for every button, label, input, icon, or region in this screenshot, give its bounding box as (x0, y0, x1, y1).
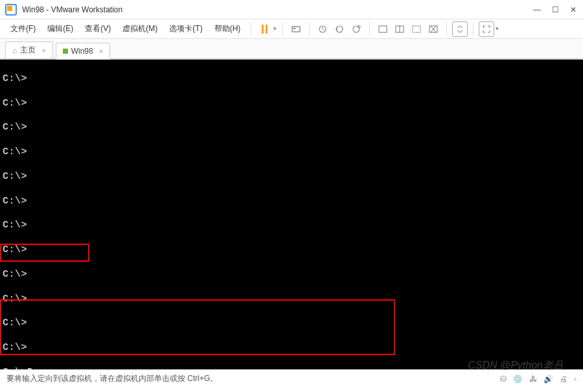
terminal-line: C:\>D: (3, 367, 580, 369)
tabbar: ⌂ 主页 × Win98 × (0, 39, 583, 60)
minimize-button[interactable]: — (532, 5, 542, 14)
terminal-output[interactable]: C:\> C:\> C:\> C:\> C:\> C:\> C:\> C:\> … (0, 60, 583, 369)
home-icon: ⌂ (12, 46, 17, 55)
status-icons: ⛁ 💿 🖧 🔊 🖨 ▫ (500, 375, 577, 384)
device-icon[interactable]: ▫ (574, 375, 577, 384)
close-button[interactable]: ✕ (569, 5, 578, 14)
separator (309, 23, 310, 36)
terminal-line: C:\> (3, 122, 580, 134)
view-console-button[interactable] (426, 21, 441, 37)
quick-switch-button[interactable] (452, 21, 468, 37)
tab-home[interactable]: ⌂ 主页 × (5, 41, 53, 58)
maximize-button[interactable]: ☐ (551, 5, 560, 14)
svg-point-4 (353, 26, 360, 32)
separator (473, 23, 474, 36)
send-ctrl-alt-del-button[interactable] (288, 21, 304, 37)
device-icon[interactable]: ⛁ (500, 375, 507, 384)
separator (251, 23, 251, 36)
titlebar: Win98 - VMware Workstation — ☐ ✕ (0, 0, 583, 19)
statusbar: 要将输入定向到该虚拟机，请在虚拟机内部单击或按 Ctrl+G。 ⛁ 💿 🖧 🔊 … (0, 369, 583, 387)
tab-win98-label: Win98 (71, 47, 93, 56)
menu-tabs[interactable]: 选项卡(T) (164, 21, 207, 37)
revert-snapshot-button[interactable] (332, 21, 347, 37)
pause-button[interactable] (257, 21, 272, 37)
separator (282, 23, 283, 36)
terminal-line: C:\> (3, 196, 580, 208)
vm-running-icon (63, 49, 68, 54)
menu-vm[interactable]: 虚拟机(M) (117, 21, 163, 37)
vmware-logo-icon (5, 4, 17, 16)
menu-file[interactable]: 文件(F) (5, 21, 41, 37)
device-icon[interactable]: 🖧 (529, 375, 537, 384)
dropdown-chevron-icon[interactable]: ▼ (494, 26, 499, 32)
fullscreen-button[interactable] (479, 21, 494, 37)
view-unity-button[interactable] (409, 21, 424, 37)
highlight-box (0, 299, 395, 355)
separator (446, 23, 447, 36)
view-single-button[interactable] (375, 21, 391, 37)
menu-help[interactable]: 帮助(H) (209, 21, 246, 37)
separator (369, 23, 370, 36)
terminal-line: C:\> (3, 98, 580, 110)
close-tab-icon[interactable]: × (41, 47, 45, 54)
device-icon[interactable]: 🖨 (560, 375, 567, 384)
window-title: Win98 - VMware Workstation (22, 5, 532, 14)
svg-rect-1 (293, 28, 295, 29)
terminal-line: C:\> (3, 220, 580, 232)
terminal-line: C:\> (3, 146, 580, 159)
dropdown-chevron-icon[interactable]: ▼ (272, 26, 277, 32)
svg-rect-9 (413, 26, 420, 32)
device-icon[interactable]: 💿 (513, 375, 523, 384)
tab-win98[interactable]: Win98 × (56, 43, 110, 60)
tab-home-label: 主页 (20, 45, 36, 56)
menu-edit[interactable]: 编辑(E) (42, 21, 78, 37)
menubar: 文件(F) 编辑(E) 查看(V) 虚拟机(M) 选项卡(T) 帮助(H) ▼ … (0, 19, 583, 39)
menu-view[interactable]: 查看(V) (80, 21, 116, 37)
snapshot-button[interactable] (315, 21, 330, 37)
terminal-line: C:\> (3, 269, 580, 281)
svg-rect-0 (292, 27, 300, 32)
close-tab-icon[interactable]: × (99, 47, 103, 55)
manage-snapshots-button[interactable] (349, 21, 364, 37)
status-message: 要将输入定向到该虚拟机，请在虚拟机内部单击或按 Ctrl+G。 (6, 373, 218, 384)
terminal-line: C:\> (3, 73, 580, 86)
svg-rect-6 (379, 26, 387, 32)
terminal-line: C:\> (3, 171, 580, 183)
device-icon[interactable]: 🔊 (543, 375, 553, 384)
highlight-box (0, 244, 89, 262)
view-split-button[interactable] (392, 21, 407, 37)
